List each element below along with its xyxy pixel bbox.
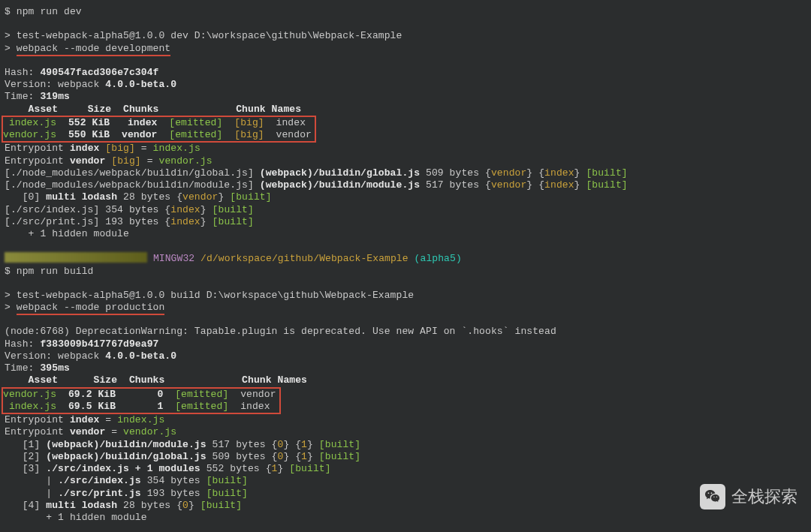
hidden-module: + 1 hidden module bbox=[5, 228, 806, 240]
asset-header-dev: Asset Size Chunks Chunk Names bbox=[5, 104, 806, 116]
entrypoint-index: Entrypoint index [big] = index.js bbox=[5, 143, 806, 155]
hidden-module: + 1 hidden module bbox=[5, 512, 806, 524]
script-dev-2: > webpack --mode development bbox=[5, 43, 806, 55]
redacted-user bbox=[5, 252, 147, 263]
version-line: Version: webpack 4.0.0-beta.0 bbox=[5, 79, 806, 91]
module-line: [2] (webpack)/buildin/global.js 509 byte… bbox=[5, 451, 806, 463]
asset-header-build: Asset Size Chunks Chunk Names bbox=[5, 374, 806, 386]
deprecation-warning: (node:6768) DeprecationWarning: Tapable.… bbox=[5, 326, 806, 338]
asset-table-dev: index.js 552 KiB index [emitted] [big] i… bbox=[2, 116, 316, 143]
module-line: [4] multi lodash 28 bytes {0} [built] bbox=[5, 500, 806, 512]
module-line: [./node_modules/webpack/buildin/global.j… bbox=[5, 167, 806, 179]
entrypoint-vendor: Entrypoint vendor [big] = vendor.js bbox=[5, 155, 806, 167]
module-line: [3] ./src/index.js + 1 modules 552 bytes… bbox=[5, 463, 806, 475]
hash-line: Hash: f383009b417767d9ea97 bbox=[5, 338, 806, 350]
version-line: Version: webpack 4.0.0-beta.0 bbox=[5, 350, 806, 362]
module-line: [./node_modules/webpack/buildin/module.j… bbox=[5, 179, 806, 191]
module-line: | ./src/print.js 193 bytes [built] bbox=[5, 488, 806, 500]
watermark: 全栈探索 bbox=[700, 484, 797, 509]
time-line: Time: 395ms bbox=[5, 362, 806, 374]
time-line: Time: 319ms bbox=[5, 91, 806, 103]
module-line: [./src/index.js] 354 bytes {index} [buil… bbox=[5, 204, 806, 216]
entrypoint-vendor: Entrypoint vendor = vendor.js bbox=[5, 426, 806, 438]
prompt-line: MINGW32 /d/workspace/github/Webpack-Exam… bbox=[5, 252, 806, 265]
entrypoint-index: Entrypoint index = index.js bbox=[5, 414, 806, 426]
script-dev-1: > test-webpack-alpha5@1.0.0 dev D:\works… bbox=[5, 30, 806, 42]
watermark-text: 全栈探索 bbox=[731, 486, 797, 507]
cmd-dev: $ npm run dev bbox=[5, 6, 806, 18]
script-build-2: > webpack --mode production bbox=[5, 302, 806, 314]
asset-table-build: vendor.js 69.2 KiB 0 [emitted] vendor in… bbox=[2, 387, 281, 415]
cmd-build: $ npm run build bbox=[5, 266, 806, 278]
module-line: [0] multi lodash 28 bytes {vendor} [buil… bbox=[5, 191, 806, 203]
module-line: | ./src/index.js 354 bytes [built] bbox=[5, 475, 806, 487]
script-build-1: > test-webpack-alpha5@1.0.0 build D:\wor… bbox=[5, 290, 806, 302]
module-line: [1] (webpack)/buildin/module.js 517 byte… bbox=[5, 439, 806, 451]
wechat-icon bbox=[700, 484, 725, 509]
module-line: [./src/print.js] 193 bytes {index} [buil… bbox=[5, 216, 806, 228]
hash-line: Hash: 490547facd306e7c304f bbox=[5, 67, 806, 79]
